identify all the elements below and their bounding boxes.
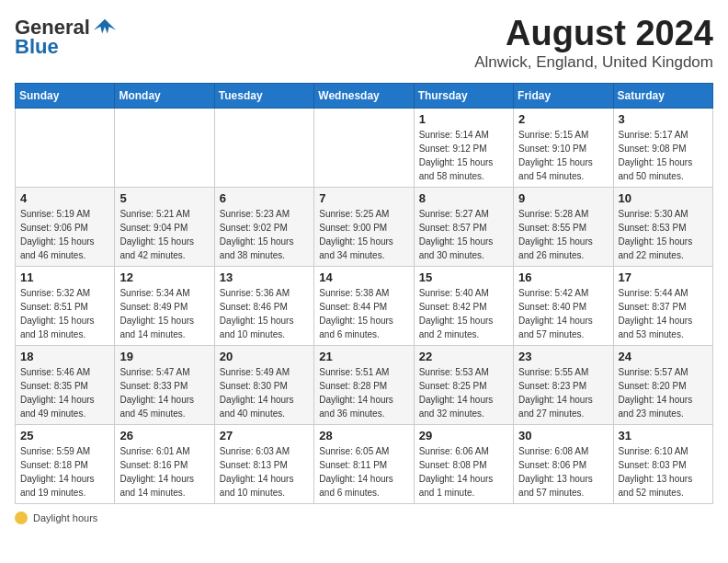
day-number: 1 [419,112,508,126]
day-number: 10 [619,191,708,205]
day-info: Sunrise: 5:53 AM Sunset: 8:25 PM Dayligh… [419,365,508,420]
day-cell-empty [214,108,313,187]
header: General Blue August 2024 Alnwick, Englan… [15,15,713,72]
week-row-3: 11Sunrise: 5:32 AM Sunset: 8:51 PM Dayli… [16,266,713,345]
day-number: 25 [20,429,109,442]
day-cell-7: 7Sunrise: 5:25 AM Sunset: 9:00 PM Daylig… [314,187,414,266]
day-number: 27 [220,429,309,442]
day-info: Sunrise: 5:40 AM Sunset: 8:42 PM Dayligh… [419,286,508,341]
day-cell-9: 9Sunrise: 5:28 AM Sunset: 8:55 PM Daylig… [514,187,613,266]
day-cell-15: 15Sunrise: 5:40 AM Sunset: 8:42 PM Dayli… [414,266,513,345]
sun-icon [15,511,28,524]
logo-blue-text: Blue [15,37,59,57]
day-info: Sunrise: 5:25 AM Sunset: 9:00 PM Dayligh… [319,207,408,262]
week-row-2: 4Sunrise: 5:19 AM Sunset: 9:06 PM Daylig… [16,187,713,266]
day-info: Sunrise: 5:59 AM Sunset: 8:18 PM Dayligh… [20,444,109,500]
col-header-wednesday: Wednesday [314,83,414,108]
day-info: Sunrise: 5:17 AM Sunset: 9:08 PM Dayligh… [619,128,708,183]
day-cell-28: 28Sunrise: 6:05 AM Sunset: 8:11 PM Dayli… [314,424,414,503]
day-number: 30 [518,429,608,442]
day-cell-2: 2Sunrise: 5:15 AM Sunset: 9:10 PM Daylig… [514,108,613,187]
col-header-thursday: Thursday [414,83,513,108]
day-number: 6 [220,191,309,205]
day-cell-empty [16,108,115,187]
day-info: Sunrise: 5:38 AM Sunset: 8:44 PM Dayligh… [319,286,408,341]
day-cell-empty [314,108,414,187]
day-cell-14: 14Sunrise: 5:38 AM Sunset: 8:44 PM Dayli… [314,266,414,345]
day-cell-4: 4Sunrise: 5:19 AM Sunset: 9:06 PM Daylig… [16,187,115,266]
day-number: 24 [619,350,708,363]
day-info: Sunrise: 5:42 AM Sunset: 8:40 PM Dayligh… [518,286,608,341]
day-number: 21 [319,350,408,363]
day-cell-23: 23Sunrise: 5:55 AM Sunset: 8:23 PM Dayli… [514,345,613,424]
day-cell-13: 13Sunrise: 5:36 AM Sunset: 8:46 PM Dayli… [214,266,313,345]
day-cell-18: 18Sunrise: 5:46 AM Sunset: 8:35 PM Dayli… [16,345,115,424]
calendar-table: SundayMondayTuesdayWednesdayThursdayFrid… [15,83,713,504]
day-cell-22: 22Sunrise: 5:53 AM Sunset: 8:25 PM Dayli… [414,345,513,424]
day-cell-1: 1Sunrise: 5:14 AM Sunset: 9:12 PM Daylig… [414,108,513,187]
day-number: 7 [319,191,408,205]
col-header-friday: Friday [514,83,613,108]
day-cell-27: 27Sunrise: 6:03 AM Sunset: 8:13 PM Dayli… [214,424,313,503]
col-header-saturday: Saturday [613,83,712,108]
svg-marker-0 [94,19,116,34]
day-info: Sunrise: 5:49 AM Sunset: 8:30 PM Dayligh… [220,365,309,420]
day-info: Sunrise: 5:46 AM Sunset: 8:35 PM Dayligh… [20,365,109,420]
day-number: 16 [518,270,608,284]
col-header-monday: Monday [115,83,214,108]
day-number: 4 [20,191,109,205]
day-cell-10: 10Sunrise: 5:30 AM Sunset: 8:53 PM Dayli… [613,187,712,266]
day-info: Sunrise: 5:27 AM Sunset: 8:57 PM Dayligh… [419,207,508,262]
day-cell-31: 31Sunrise: 6:10 AM Sunset: 8:03 PM Dayli… [613,424,712,503]
day-cell-26: 26Sunrise: 6:01 AM Sunset: 8:16 PM Dayli… [115,424,214,503]
logo-bird-icon [92,15,118,40]
day-cell-21: 21Sunrise: 5:51 AM Sunset: 8:28 PM Dayli… [314,345,414,424]
location-title: Alnwick, England, United Kingdom [474,53,713,72]
col-header-sunday: Sunday [16,83,115,108]
week-row-4: 18Sunrise: 5:46 AM Sunset: 8:35 PM Dayli… [16,345,713,424]
day-cell-3: 3Sunrise: 5:17 AM Sunset: 9:08 PM Daylig… [613,108,712,187]
day-number: 3 [619,112,708,126]
day-number: 22 [419,350,508,363]
day-number: 12 [119,270,209,284]
day-number: 31 [619,429,708,442]
day-number: 9 [518,191,608,205]
day-cell-6: 6Sunrise: 5:23 AM Sunset: 9:02 PM Daylig… [214,187,313,266]
week-row-1: 1Sunrise: 5:14 AM Sunset: 9:12 PM Daylig… [16,108,713,187]
day-info: Sunrise: 5:36 AM Sunset: 8:46 PM Dayligh… [220,286,309,341]
day-cell-8: 8Sunrise: 5:27 AM Sunset: 8:57 PM Daylig… [414,187,513,266]
day-number: 5 [119,191,209,205]
day-number: 19 [119,350,209,363]
day-number: 11 [20,270,109,284]
day-info: Sunrise: 5:19 AM Sunset: 9:06 PM Dayligh… [20,207,109,262]
day-info: Sunrise: 5:15 AM Sunset: 9:10 PM Dayligh… [518,128,608,183]
day-info: Sunrise: 6:03 AM Sunset: 8:13 PM Dayligh… [220,444,309,500]
day-cell-12: 12Sunrise: 5:34 AM Sunset: 8:49 PM Dayli… [115,266,214,345]
day-number: 13 [220,270,309,284]
day-info: Sunrise: 6:06 AM Sunset: 8:08 PM Dayligh… [419,444,508,500]
month-title: August 2024 [474,15,713,53]
col-header-tuesday: Tuesday [214,83,313,108]
day-number: 18 [20,350,109,363]
day-cell-19: 19Sunrise: 5:47 AM Sunset: 8:33 PM Dayli… [115,345,214,424]
day-info: Sunrise: 5:30 AM Sunset: 8:53 PM Dayligh… [619,207,708,262]
day-number: 20 [220,350,309,363]
day-number: 2 [518,112,608,126]
day-number: 26 [119,429,209,442]
day-number: 17 [619,270,708,284]
day-number: 15 [419,270,508,284]
day-number: 28 [319,429,408,442]
day-info: Sunrise: 5:47 AM Sunset: 8:33 PM Dayligh… [119,365,209,420]
daylight-label: Daylight hours [33,512,97,523]
day-info: Sunrise: 5:32 AM Sunset: 8:51 PM Dayligh… [20,286,109,341]
day-cell-17: 17Sunrise: 5:44 AM Sunset: 8:37 PM Dayli… [613,266,712,345]
day-number: 14 [319,270,408,284]
day-info: Sunrise: 5:44 AM Sunset: 8:37 PM Dayligh… [619,286,708,341]
day-info: Sunrise: 6:01 AM Sunset: 8:16 PM Dayligh… [119,444,209,500]
day-info: Sunrise: 5:34 AM Sunset: 8:49 PM Dayligh… [119,286,209,341]
day-cell-24: 24Sunrise: 5:57 AM Sunset: 8:20 PM Dayli… [613,345,712,424]
day-number: 8 [419,191,508,205]
day-cell-16: 16Sunrise: 5:42 AM Sunset: 8:40 PM Dayli… [514,266,613,345]
day-cell-30: 30Sunrise: 6:08 AM Sunset: 8:06 PM Dayli… [514,424,613,503]
day-number: 29 [419,429,508,442]
